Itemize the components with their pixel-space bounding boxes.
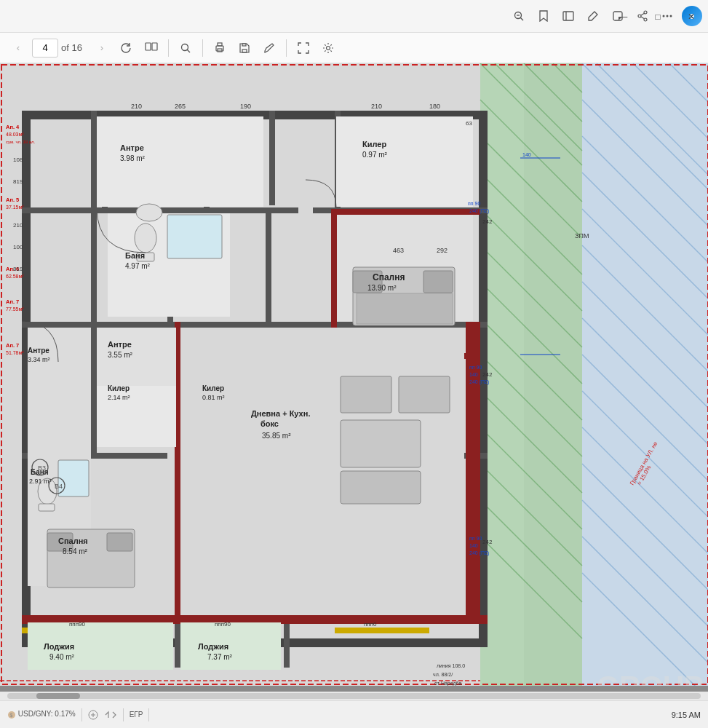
svg-point-117 xyxy=(135,223,156,253)
svg-text:Килер: Килер xyxy=(202,384,224,392)
close-button[interactable]: ✕ xyxy=(675,0,708,33)
svg-text:62.58м²: 62.58м² xyxy=(6,274,24,279)
svg-rect-119 xyxy=(167,215,222,258)
svg-rect-105 xyxy=(180,622,281,670)
svg-marker-3 xyxy=(540,11,547,21)
svg-text:ппп90: ппп90 xyxy=(69,621,85,628)
pdf-toolbar: ‹ 4 of 16 › xyxy=(0,33,708,63)
svg-text:пп 90: пп 90 xyxy=(469,365,482,370)
svg-rect-108 xyxy=(423,271,453,293)
save-icon[interactable] xyxy=(234,37,255,59)
svg-text:7.37 m²: 7.37 m² xyxy=(207,653,233,661)
status-sep-3 xyxy=(148,708,149,721)
pen-icon[interactable] xyxy=(583,6,603,26)
svg-text:240 (П2): 240 (П2) xyxy=(469,208,489,214)
svg-line-18 xyxy=(187,50,190,52)
svg-text:Спалня: Спалня xyxy=(373,272,405,282)
status-bar: $ USD/GNY: 0.17% ЕГР 9:15 AM xyxy=(0,700,708,728)
svg-text:GROUP: GROUP xyxy=(597,670,704,686)
maximize-button[interactable]: □ xyxy=(641,0,675,33)
svg-text:108: 108 xyxy=(13,157,23,163)
svg-text:2.91 m²: 2.91 m² xyxy=(29,478,52,485)
svg-text:Лоджия: Лоджия xyxy=(44,642,74,651)
svg-text:77.55м²: 77.55м² xyxy=(6,306,24,312)
svg-text:2.14 m²: 2.14 m² xyxy=(108,394,130,401)
svg-text:ппп90: ппп90 xyxy=(215,621,231,628)
svg-text:ппп0: ппп0 xyxy=(364,621,377,628)
status-arrows[interactable] xyxy=(104,711,117,719)
window-controls: ─ □ ✕ xyxy=(608,0,708,33)
svg-rect-20 xyxy=(218,43,222,46)
svg-text:140: 140 xyxy=(522,152,531,157)
svg-text:35.85 m²: 35.85 m² xyxy=(262,432,291,440)
blueprint-viewer[interactable]: 210 265 190 210 180 463 292 Антре 3.98 m… xyxy=(0,63,708,700)
svg-text:$: $ xyxy=(10,712,13,717)
rotate-icon[interactable] xyxy=(116,37,138,59)
svg-text:100: 100 xyxy=(13,244,23,250)
side-panel-icon[interactable] xyxy=(558,6,578,26)
svg-text:3.55 m²: 3.55 m² xyxy=(108,351,133,359)
expand-icon[interactable] xyxy=(293,37,314,59)
svg-rect-101 xyxy=(180,328,464,612)
svg-rect-82 xyxy=(91,322,97,453)
svg-text:В3: В3 xyxy=(38,464,46,472)
svg-text:240 (П2): 240 (П2) xyxy=(469,379,489,385)
svg-rect-114 xyxy=(341,471,421,504)
svg-text:265: 265 xyxy=(175,103,186,110)
svg-rect-21 xyxy=(218,49,222,52)
svg-line-1 xyxy=(520,17,523,20)
svg-text:4.97 m²: 4.97 m² xyxy=(125,262,151,270)
settings-icon[interactable] xyxy=(317,37,339,59)
bookmark-icon[interactable] xyxy=(533,6,554,26)
svg-text:242: 242 xyxy=(482,539,493,545)
page-count: of 16 xyxy=(61,42,82,53)
svg-text:240 (П2): 240 (П2) xyxy=(469,550,489,556)
svg-text:819: 819 xyxy=(13,178,23,185)
svg-rect-93 xyxy=(335,628,429,633)
svg-text:0.97 m²: 0.97 m² xyxy=(362,151,388,159)
svg-text:В4: В4 xyxy=(55,483,63,490)
zoom-out-icon[interactable] xyxy=(509,6,529,26)
svg-rect-116 xyxy=(399,376,450,413)
svg-text:37.15м²: 37.15м² xyxy=(6,205,24,210)
svg-text:Ап. 7: Ап. 7 xyxy=(6,298,19,305)
svg-text:242: 242 xyxy=(482,371,493,378)
svg-text:Килер: Килер xyxy=(362,140,386,149)
separator-3 xyxy=(286,39,287,57)
scroll-track xyxy=(7,693,701,699)
svg-rect-4 xyxy=(563,12,573,20)
time-display: 9:15 AM xyxy=(672,711,701,719)
svg-text:пп 90: пп 90 xyxy=(468,201,480,206)
svg-text:819: 819 xyxy=(13,266,23,272)
scroll-thumb[interactable] xyxy=(36,693,80,699)
svg-text:9.40 m²: 9.40 m² xyxy=(49,653,75,661)
svg-rect-122 xyxy=(39,504,55,511)
two-page-icon[interactable] xyxy=(140,37,162,59)
svg-text:140: 140 xyxy=(469,372,478,377)
svg-rect-86 xyxy=(284,617,290,668)
annotate-icon[interactable] xyxy=(258,37,280,59)
prev-page-button[interactable]: ‹ xyxy=(7,37,29,59)
svg-point-24 xyxy=(326,46,330,50)
zoom-search-icon[interactable] xyxy=(175,37,196,59)
svg-text:Ап. 7: Ап. 7 xyxy=(6,342,19,349)
status-nav-icons[interactable] xyxy=(88,710,98,720)
print-icon[interactable] xyxy=(209,37,231,59)
status-sep-1 xyxy=(81,708,82,721)
svg-text:Лоджия: Лоджия xyxy=(198,642,228,651)
horizontal-scrollbar[interactable] xyxy=(0,692,708,700)
svg-text:Ап. 4: Ап. 4 xyxy=(6,124,20,130)
svg-text:бокс: бокс xyxy=(260,419,279,428)
svg-text:пп 90: пп 90 xyxy=(469,536,482,541)
svg-text:3.98 m²: 3.98 m² xyxy=(120,154,146,162)
page-number-input[interactable]: 4 xyxy=(32,39,58,58)
svg-text:63: 63 xyxy=(466,120,472,127)
next-page-button[interactable]: › xyxy=(91,37,113,59)
svg-text:сум. чл. 39 ал.: сум. чл. 39 ал. xyxy=(6,140,36,144)
blueprint-canvas: 210 265 190 210 180 463 292 Антре 3.98 m… xyxy=(0,63,708,700)
minimize-button[interactable]: ─ xyxy=(608,0,641,33)
svg-text:13.90 m²: 13.90 m² xyxy=(367,284,397,292)
svg-rect-15 xyxy=(146,43,151,50)
svg-rect-85 xyxy=(175,617,180,668)
svg-text:Килер: Килер xyxy=(108,384,130,392)
